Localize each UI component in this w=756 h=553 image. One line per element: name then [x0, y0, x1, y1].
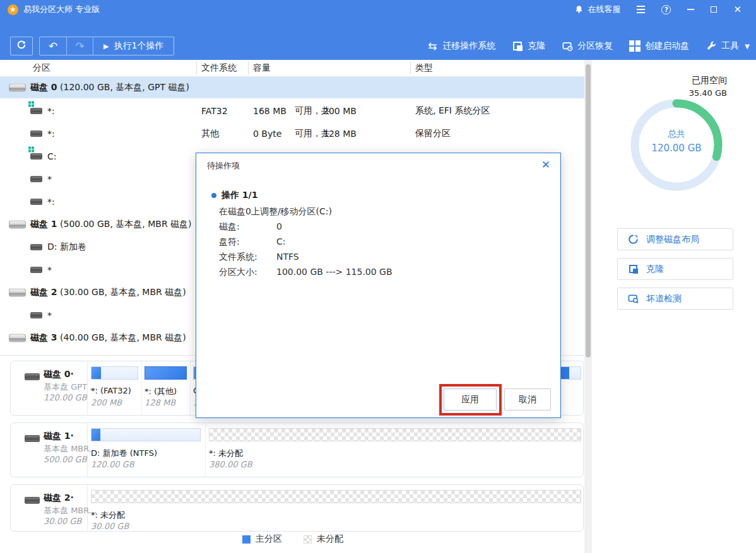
disk-icon — [25, 373, 40, 380]
online-service-label: 在线客服 — [588, 4, 620, 15]
app-title: 易我分区大师 专业版 — [23, 4, 100, 15]
help-icon: ? — [661, 5, 671, 15]
table-row-partition[interactable]: *: 其他 0 Byte 可用，共 128 MB 保留分区 — [0, 122, 586, 145]
app-logo-icon: ★ — [8, 4, 18, 15]
partition-icon — [30, 176, 42, 182]
operation-header: 操作 1/1 — [221, 190, 257, 201]
windows-icon — [629, 40, 641, 52]
table-row-disk0[interactable]: 磁盘 0 (120.00 GB, 基本盘, GPT 磁盘) — [0, 77, 586, 98]
clone-button[interactable]: 克隆 — [617, 258, 733, 280]
field-label: 盘符: — [219, 236, 240, 248]
bell-icon — [573, 4, 584, 15]
clone-icon — [512, 40, 523, 52]
maximize-icon — [711, 6, 717, 13]
legend-primary: 主分区 — [242, 533, 282, 545]
redo-button[interactable]: ↷ — [66, 37, 93, 55]
field-label: 磁盘: — [219, 221, 240, 233]
primary-partition-swatch — [242, 535, 251, 544]
partition-block[interactable]: *: 未分配 30.00 GB — [91, 485, 581, 531]
partition-icon — [30, 199, 42, 205]
col-type: 类型 — [415, 62, 433, 74]
dialog-close-icon[interactable]: ✕ — [541, 158, 550, 171]
execute-label: 执行1个操作 — [114, 40, 163, 52]
donut-center-label: 总共 120.00 GB — [627, 129, 726, 154]
windows-badge-icon — [28, 102, 34, 107]
refresh-icon — [16, 40, 27, 52]
partition-icon — [30, 131, 42, 137]
scrollbar-thumb[interactable] — [586, 64, 591, 358]
close-button[interactable]: ✕ — [728, 0, 747, 19]
toolbar-partition-recovery[interactable]: 分区恢复 — [562, 40, 613, 52]
table-row-partition[interactable]: *: FAT32 168 MB 可用，共 200 MB 系统, EFI 系统分区 — [0, 100, 586, 122]
minimize-button[interactable] — [682, 0, 700, 19]
operation-description: 在磁盘0上调整/移动分区(C:) — [219, 206, 332, 218]
toolbar-create-boot-disk[interactable]: 创建启动盘 — [629, 40, 689, 52]
partition-icon — [30, 312, 42, 318]
disk-map-card-2[interactable]: 磁盘 2· 基本盘 MBR... 30.00 GB *: 未分配 30.00 G… — [10, 484, 584, 532]
clone-icon — [628, 264, 639, 274]
field-label: 文件系统: — [219, 252, 257, 263]
partition-block[interactable]: D: 新加卷 (NTFS) 120.00 GB — [91, 423, 201, 477]
partition-icon — [30, 267, 42, 273]
partition-bar — [145, 366, 187, 380]
vertical-scrollbar[interactable] — [584, 60, 592, 553]
toolbar-migrate-os[interactable]: ⇆ 迁移操作系统 — [427, 40, 495, 52]
partition-block[interactable]: *: (FAT32) 200 MB — [91, 361, 138, 415]
adjust-disk-layout-button[interactable]: 调整磁盘布局 — [617, 228, 733, 250]
bad-sector-icon — [628, 293, 639, 304]
right-panel: 已用空间 35.40 GB 总共 120.00 GB 调整磁盘布局 克隆 坏道检… — [592, 60, 756, 553]
disk-icon — [9, 84, 26, 92]
adjust-layout-icon — [628, 234, 639, 245]
disk-usage-donut: 总共 120.00 GB — [627, 96, 726, 194]
partition-icon — [30, 153, 42, 160]
partition-icon — [30, 108, 42, 114]
unallocated-swatch — [304, 535, 312, 544]
used-space-label: 已用空间 35.40 GB — [689, 75, 727, 98]
legend-unallocated: 未分配 — [304, 533, 343, 545]
redo-icon: ↷ — [75, 40, 84, 52]
partition-bar-unallocated — [209, 428, 581, 441]
operation-list-button[interactable] — [631, 0, 651, 19]
toolbar-clone[interactable]: 克隆 — [512, 40, 545, 52]
toolbar-tools[interactable]: 工具 ▼ — [706, 40, 750, 52]
bad-sector-check-button[interactable]: 坏道检测 — [617, 288, 733, 310]
wrench-icon — [706, 40, 717, 52]
table-header: 分区 文件系统 容量 类型 — [0, 60, 586, 77]
partition-bar — [91, 428, 201, 441]
chevron-down-icon: ▼ — [745, 43, 750, 50]
field-value: 100.00 GB ---> 115.00 GB — [276, 267, 393, 277]
close-icon: ✕ — [733, 5, 741, 15]
legend: 主分区 未分配 — [0, 533, 586, 545]
disk-icon — [25, 497, 40, 504]
operation-bullet — [211, 193, 216, 198]
partition-block[interactable]: *: (其他) 128 MB — [145, 361, 187, 415]
migrate-os-icon: ⇆ — [427, 40, 438, 52]
toolbar: ↶ ↷ ▶ 执行1个操作 ⇆ 迁移操作系统 克隆 分区恢复 创建启动盘 — [0, 19, 756, 60]
col-filesystem: 文件系统 — [201, 62, 237, 74]
col-capacity: 容量 — [253, 62, 271, 74]
partition-bar — [91, 366, 138, 380]
cancel-button[interactable]: 取消 — [504, 388, 551, 410]
maximize-button[interactable] — [705, 0, 723, 19]
undo-button[interactable]: ↶ — [40, 37, 66, 55]
minimize-icon — [687, 9, 694, 10]
execute-operations-button[interactable]: ▶ 执行1个操作 — [93, 37, 174, 55]
pending-operations-dialog: 待操作项 ✕ 操作 1/1 在磁盘0上调整/移动分区(C:) 磁盘: 0 盘符:… — [196, 153, 561, 418]
partition-bar-unallocated — [91, 490, 581, 503]
disk-icon — [9, 221, 26, 229]
online-service-button[interactable]: 在线客服 — [567, 0, 626, 19]
disk-icon — [25, 435, 40, 442]
undo-icon: ↶ — [49, 40, 57, 52]
dialog-title: 待操作项 — [207, 160, 240, 172]
help-button[interactable]: ? — [656, 0, 676, 19]
field-value: NTFS — [276, 252, 299, 262]
edit-group: ↶ ↷ ▶ 执行1个操作 — [39, 37, 174, 55]
field-value: 0 — [276, 221, 282, 231]
partition-block[interactable]: *: 未分配 380.00 GB — [209, 423, 581, 477]
disk-map-card-1[interactable]: 磁盘 1· 基本盘 MBR... 500.00 GB D: 新加卷 (NTFS)… — [10, 422, 584, 477]
field-label: 分区大小: — [219, 267, 257, 278]
disk-icon — [9, 334, 26, 342]
play-icon: ▶ — [103, 42, 109, 50]
refresh-button[interactable] — [10, 37, 33, 55]
red-highlight-annotation — [439, 384, 502, 416]
